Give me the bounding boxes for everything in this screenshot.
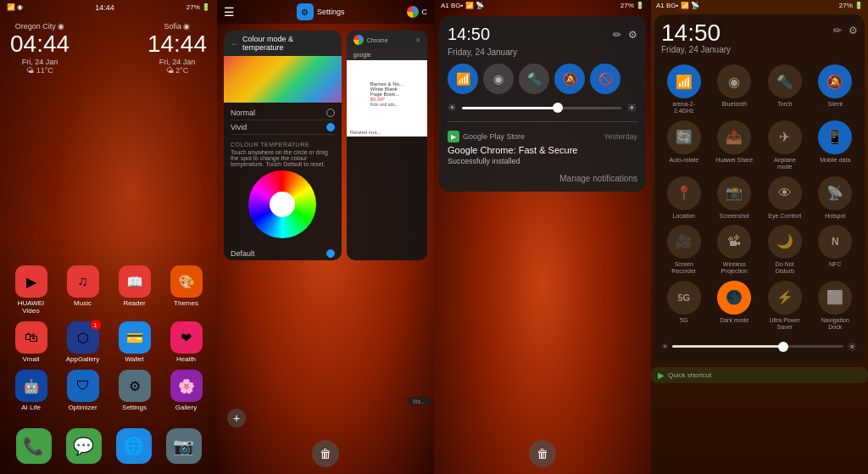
status-left-4: A1 BG▪ 📶 📡 — [656, 2, 699, 9]
cc-grid-row1: 📶 arena-2-2.4GHz ◉ Bluetooth 🔦 Torch 🔕 S… — [661, 64, 858, 115]
cc-tile-wifi[interactable]: 📶 arena-2-2.4GHz — [661, 64, 707, 115]
settings-recent-card[interactable]: ← Colour mode & temperature Normal Vivid — [224, 31, 342, 260]
chrome-close-icon[interactable]: × — [415, 36, 420, 45]
brightness-thumb — [553, 103, 563, 113]
add-recent-button[interactable]: + — [227, 409, 246, 427]
cc-wireless-label: WirelessProjection — [721, 261, 748, 276]
settings-icon[interactable]: ⚙ — [628, 29, 637, 41]
app-ailife[interactable]: 🤖 AI Life — [8, 370, 53, 411]
toggle-block[interactable]: 🚫 — [590, 64, 620, 94]
cc-brightness-fill — [672, 345, 783, 348]
cc-tile-nfc[interactable]: N NFC — [813, 225, 859, 276]
cc-tile-torch[interactable]: 🔦 Torch — [762, 64, 808, 115]
app-icon-img: 🌸 — [170, 370, 203, 402]
cc-settings-icon[interactable]: ⚙ — [849, 25, 858, 36]
cc-mobiledata-btn: 📱 — [818, 120, 852, 154]
recents-panel: ☰ ⚙ Settings C ← Colour mode & temperatu… — [217, 0, 434, 474]
settings-option-vivid[interactable]: Vivid — [231, 120, 335, 135]
cc-content: A1 BG▪ 📶 📡 27% 🔋 14:50 Friday, 24 Januar… — [651, 0, 868, 474]
cc-silent-btn: 🔕 — [818, 64, 852, 98]
cc-tile-mobiledata[interactable]: 📱 Mobile data — [813, 120, 859, 171]
cc-wireless-btn: 📽 — [717, 225, 751, 259]
notif-time: 14:50 — [448, 25, 490, 44]
cc-tile-donotdisturb[interactable]: 🌙 Do NotDisturb — [762, 225, 808, 276]
brightness-slider[interactable] — [462, 107, 621, 109]
toggle-wifi[interactable]: 📶 — [448, 64, 478, 94]
cc-huaweishare-btn: 📤 — [717, 120, 751, 154]
cc-tile-5g[interactable]: 5G 5G — [661, 281, 707, 332]
default-label: Default — [231, 249, 255, 258]
app-settings[interactable]: ⚙ Settings — [112, 370, 157, 411]
cc-pencil-icon[interactable]: ✏ — [833, 25, 842, 36]
cc-tile-eyecomfort[interactable]: 👁 Eye Comfort — [762, 176, 808, 220]
trash-button[interactable]: 🗑 — [312, 440, 339, 467]
chrome-header-right: C — [407, 6, 428, 18]
app-health[interactable]: ❤ Health — [164, 321, 209, 363]
cc-darkmode-label: Dark mode — [720, 317, 748, 324]
cc-nfc-btn: N — [818, 225, 852, 259]
status-left-3: A1 BG▪ 📶 📡 — [441, 2, 484, 9]
cc-bluetooth-btn: ◉ — [717, 64, 751, 98]
app-wallet[interactable]: 💳 Wallet — [112, 321, 157, 363]
cc-brightness-slider[interactable] — [672, 345, 843, 348]
cc-time: 14:50 — [661, 21, 731, 45]
dock-camera[interactable]: 📷 — [166, 428, 202, 464]
cc-grid-row5: 5G 5G 🌑 Dark mode ⚡ Ultra PowerSaver ⬜ N… — [661, 281, 858, 332]
brightness-high-icon: ☀ — [626, 101, 637, 114]
manage-notifications-button[interactable]: Manage notifications — [448, 170, 637, 183]
cc-tile-silent[interactable]: 🔕 Silent — [813, 64, 859, 115]
color-wheel[interactable] — [248, 170, 316, 238]
dock-messages[interactable]: 💬 — [66, 428, 102, 464]
cc-tile-huaweishare[interactable]: 📤 Huawei Share — [712, 120, 758, 171]
lockscreen-panel: 📶 ◉ 14:44 27% 🔋 Oregon City ◉ 04:44 Fri,… — [0, 0, 217, 474]
cc-header: 14:50 Friday, 24 January ✏ ⚙ — [661, 21, 858, 61]
cc-tile-bluetooth[interactable]: ◉ Bluetooth — [712, 64, 758, 115]
app-vmall[interactable]: 🛍 Vmall — [8, 321, 53, 363]
status-time: 14:44 — [95, 3, 114, 12]
playstore-icon: ▶ — [448, 131, 459, 142]
notif-time-area: 14:50 — [448, 25, 490, 44]
cc-tile-location[interactable]: 📍 Location — [661, 176, 707, 220]
cc-tile-screenshot[interactable]: 📸 Screenshot — [712, 176, 758, 220]
default-option[interactable]: Default — [224, 247, 342, 260]
app-themes[interactable]: 🎨 Themes — [164, 265, 209, 315]
cc-tile-airplane[interactable]: ✈ Airplanemode — [762, 120, 808, 171]
pencil-icon[interactable]: ✏ — [613, 29, 621, 41]
cc-tile-screenrecorder[interactable]: 🎥 ScreenRecorder — [661, 225, 707, 276]
app-grid: ▶ HUAWEI Video ♫ Music 📖 Reader 🎨 Themes… — [0, 255, 217, 421]
cc-tile-autorotate[interactable]: 🔄 Auto-rotate — [661, 120, 707, 171]
toggle-silent[interactable]: 🔕 — [554, 64, 585, 94]
chrome-related: Related ima... — [347, 128, 427, 137]
color-wheel-center — [270, 192, 295, 217]
app-reader[interactable]: 📖 Reader — [112, 265, 157, 315]
cc-eyecomfort-btn: 👁 — [768, 176, 802, 210]
toggle-bluetooth[interactable]: ◉ — [483, 64, 514, 94]
app-music[interactable]: ♫ Music — [60, 265, 105, 315]
notif-trash-button[interactable]: 🗑 — [529, 440, 556, 467]
cc-tile-ultrapowersaver[interactable]: ⚡ Ultra PowerSaver — [762, 281, 808, 332]
cc-grid-row4: 🎥 ScreenRecorder 📽 WirelessProjection 🌙 … — [661, 225, 858, 276]
dock-browser[interactable]: 🌐 — [116, 428, 152, 464]
cc-tile-navdock[interactable]: ⬜ NavigationDock — [813, 281, 859, 332]
cc-bottom-bar[interactable]: ▶ Quick shortcut — [651, 367, 868, 383]
status-bar-4: A1 BG▪ 📶 📡 27% 🔋 — [651, 0, 868, 11]
clock-weather-1: 🌤 11°C — [26, 66, 53, 75]
recents-menu-icon: ☰ — [224, 5, 235, 19]
app-appgallery[interactable]: ⬡ 1 AppGallery — [60, 321, 105, 363]
cc-tile-darkmode[interactable]: 🌑 Dark mode — [712, 281, 758, 332]
radio-normal — [326, 109, 335, 117]
app-icon-img: ⬡ 1 — [67, 321, 99, 354]
cc-navdock-btn: ⬜ — [818, 281, 852, 315]
via-button[interactable]: Vis... — [408, 397, 431, 406]
dock-phone[interactable]: 📞 — [16, 428, 52, 464]
radio-vivid — [326, 123, 335, 131]
chrome-recent-card[interactable]: Chrome × google Barnes & No...White Blan… — [347, 31, 427, 260]
cc-tile-hotspot[interactable]: 📡 Hotspot — [813, 176, 859, 220]
cc-header-icons: ✏ ⚙ — [833, 25, 858, 36]
cc-tile-wireless[interactable]: 📽 WirelessProjection — [712, 225, 758, 276]
app-optimizer[interactable]: 🛡 Optimizer — [60, 370, 105, 411]
app-huawei-video[interactable]: ▶ HUAWEI Video — [8, 265, 53, 315]
settings-option-normal[interactable]: Normal — [231, 106, 335, 120]
toggle-torch[interactable]: 🔦 — [519, 64, 549, 94]
app-gallery[interactable]: 🌸 Gallery — [164, 370, 209, 411]
